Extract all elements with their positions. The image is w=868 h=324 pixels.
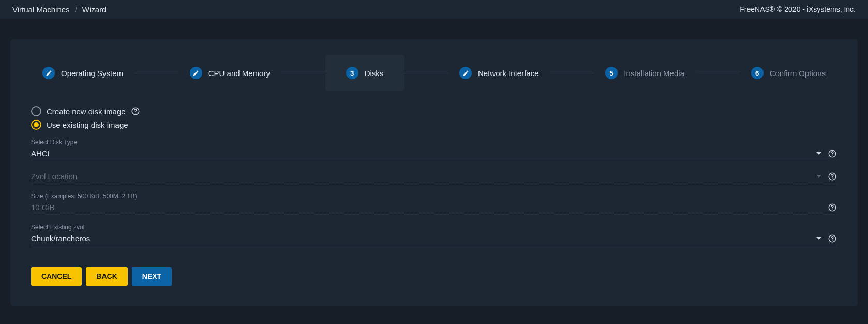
zvol-location-select: Zvol Location [31, 170, 837, 184]
step-number: 3 [346, 67, 358, 79]
top-bar: Virtual Machines / Wizard FreeNAS® © 202… [0, 0, 868, 19]
step-operating-system[interactable]: Operating System [31, 55, 134, 91]
step-label: CPU and Memory [208, 69, 270, 78]
breadcrumb-parent[interactable]: Virtual Machines [12, 5, 70, 14]
disk-type-select[interactable]: AHCI [31, 147, 837, 161]
wizard-button-row: CANCEL BACK NEXT [31, 267, 837, 286]
svg-point-3 [832, 155, 832, 156]
step-label: Installation Media [624, 69, 684, 78]
chevron-down-icon [816, 152, 821, 155]
step-connector [134, 73, 178, 73]
step-installation-media[interactable]: 5 Installation Media [594, 55, 696, 91]
step-label: Operating System [61, 69, 123, 78]
field-value: Chunk/rancheros [31, 232, 812, 245]
radio-icon [31, 106, 41, 116]
size-input: 10 GiB [31, 201, 837, 215]
step-connector [281, 73, 325, 73]
wizard-card: Operating System CPU and Memory 3 Disks … [10, 39, 858, 306]
field-zvol-location: Zvol Location [31, 170, 837, 184]
breadcrumb-current: Wizard [82, 5, 107, 14]
radio-icon [31, 120, 41, 130]
field-label: Size (Examples: 500 KiB, 500M, 2 TB) [31, 193, 837, 200]
copyright-text: FreeNAS® © 2020 - iXsystems, Inc. [740, 5, 856, 13]
chevron-down-icon [816, 237, 821, 240]
field-existing-zvol: Select Existing zvol Chunk/rancheros [31, 224, 837, 246]
breadcrumb: Virtual Machines / Wizard [12, 5, 106, 14]
edit-icon [459, 67, 472, 79]
step-number: 5 [605, 67, 618, 79]
step-confirm-options[interactable]: 6 Confirm Options [740, 55, 837, 91]
field-label: Select Disk Type [31, 139, 837, 146]
chevron-down-icon [816, 175, 821, 178]
breadcrumb-separator: / [75, 5, 77, 14]
svg-point-7 [832, 209, 832, 210]
field-placeholder: Zvol Location [31, 170, 812, 183]
existing-zvol-select[interactable]: Chunk/rancheros [31, 232, 837, 246]
step-label: Disks [365, 69, 384, 78]
step-connector [696, 73, 740, 73]
svg-point-1 [135, 113, 136, 113]
step-number: 6 [751, 67, 764, 79]
radio-create-new-disk[interactable]: Create new disk image [31, 105, 837, 118]
help-icon[interactable] [828, 172, 837, 181]
edit-icon [42, 67, 55, 79]
back-button[interactable]: BACK [86, 267, 127, 286]
help-icon[interactable] [828, 203, 837, 212]
field-disk-type: Select Disk Type AHCI [31, 139, 837, 161]
help-icon[interactable] [828, 234, 837, 243]
step-label: Network Interface [478, 69, 539, 78]
step-network-interface[interactable]: Network Interface [448, 55, 550, 91]
step-connector [550, 73, 594, 73]
step-disks[interactable]: 3 Disks [325, 55, 405, 91]
step-cpu-memory[interactable]: CPU and Memory [178, 55, 281, 91]
step-label: Confirm Options [770, 69, 826, 78]
svg-point-5 [832, 178, 832, 179]
step-connector [404, 73, 448, 73]
radio-label: Use existing disk image [47, 121, 128, 129]
help-icon[interactable] [828, 149, 837, 158]
next-button[interactable]: NEXT [132, 267, 172, 286]
field-value: 10 GiB [31, 201, 824, 214]
field-size: Size (Examples: 500 KiB, 500M, 2 TB) 10 … [31, 193, 837, 215]
disk-image-radio-group: Create new disk image Use existing disk … [31, 105, 837, 131]
help-icon[interactable] [131, 107, 140, 116]
field-label: Select Existing zvol [31, 224, 837, 231]
radio-label: Create new disk image [47, 107, 126, 116]
svg-point-9 [832, 240, 832, 241]
field-value: AHCI [31, 147, 812, 160]
cancel-button[interactable]: CANCEL [31, 267, 82, 286]
radio-use-existing-disk[interactable]: Use existing disk image [31, 118, 837, 131]
wizard-stepper: Operating System CPU and Memory 3 Disks … [31, 55, 837, 91]
disks-form: Create new disk image Use existing disk … [31, 105, 837, 286]
edit-icon [190, 67, 202, 79]
